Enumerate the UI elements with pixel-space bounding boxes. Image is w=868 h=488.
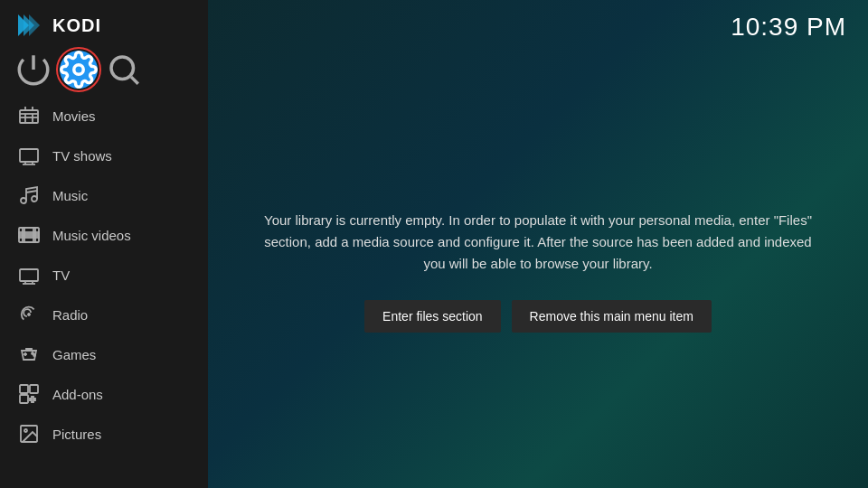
svg-line-19 [26, 191, 37, 192]
music-videos-icon [18, 224, 40, 246]
enter-files-section-button[interactable]: Enter files section [364, 300, 501, 333]
sidebar-item-movies[interactable]: Movies [0, 96, 208, 136]
svg-rect-34 [20, 385, 28, 393]
movies-icon [18, 105, 40, 127]
sidebar-item-music-videos-label: Music videos [52, 228, 131, 243]
header-icons-row [0, 51, 208, 96]
svg-rect-36 [20, 395, 28, 403]
svg-rect-13 [20, 149, 38, 162]
remove-menu-item-button[interactable]: Remove this main menu item [512, 300, 712, 333]
music-icon [18, 184, 40, 206]
games-icon [18, 343, 40, 365]
kodi-logo-icon [14, 11, 43, 40]
svg-rect-22 [33, 228, 35, 242]
kodi-title: KODI [52, 15, 101, 36]
search-button[interactable] [105, 51, 143, 89]
nav-list: Movies TV shows [0, 96, 208, 488]
sidebar-item-games[interactable]: Games [0, 334, 208, 374]
svg-rect-25 [20, 269, 38, 281]
sidebar-item-add-ons[interactable]: Add-ons [0, 374, 208, 414]
svg-marker-2 [29, 14, 40, 36]
sidebar-item-music-label: Music [52, 188, 88, 203]
sidebar-item-pictures[interactable]: Pictures [0, 414, 208, 454]
sidebar-item-tv[interactable]: TV [0, 255, 208, 295]
sidebar-item-movies-label: Movies [52, 108, 96, 124]
svg-point-4 [111, 57, 134, 80]
add-ons-icon [18, 383, 40, 405]
main-content: 10:39 PM Your library is currently empty… [208, 0, 868, 488]
svg-point-18 [32, 196, 37, 202]
action-buttons: Enter files section Remove this main men… [364, 300, 712, 333]
content-area: Your library is currently empty. In orde… [208, 54, 868, 488]
sidebar-item-games-label: Games [52, 347, 96, 362]
svg-point-3 [74, 65, 84, 75]
clock: 10:39 PM [731, 13, 846, 42]
sidebar-item-add-ons-label: Add-ons [52, 387, 103, 402]
svg-point-29 [28, 314, 30, 315]
power-button[interactable] [14, 51, 52, 89]
settings-button[interactable] [60, 51, 98, 89]
pictures-icon [18, 423, 40, 445]
top-bar: 10:39 PM [208, 0, 868, 54]
tv-shows-icon [18, 145, 40, 166]
sidebar-item-tv-label: TV [52, 267, 70, 283]
sidebar-item-pictures-label: Pictures [52, 427, 101, 442]
sidebar-item-tv-shows-label: TV shows [52, 148, 112, 164]
svg-point-38 [24, 429, 27, 432]
tv-live-icon [18, 264, 40, 286]
sidebar-item-radio-label: Radio [52, 307, 88, 323]
sidebar: KODI [0, 0, 208, 488]
svg-rect-6 [20, 110, 38, 123]
sidebar-header: KODI [0, 0, 208, 51]
radio-icon [18, 304, 40, 325]
empty-library-message: Your library is currently empty. In orde… [262, 210, 814, 275]
svg-line-5 [131, 77, 138, 84]
sidebar-item-music[interactable]: Music [0, 175, 208, 215]
svg-rect-35 [30, 385, 38, 393]
svg-rect-21 [23, 228, 24, 242]
sidebar-item-music-videos[interactable]: Music videos [0, 215, 208, 255]
sidebar-item-tv-shows[interactable]: TV shows [0, 136, 208, 175]
sidebar-item-radio[interactable]: Radio [0, 295, 208, 334]
